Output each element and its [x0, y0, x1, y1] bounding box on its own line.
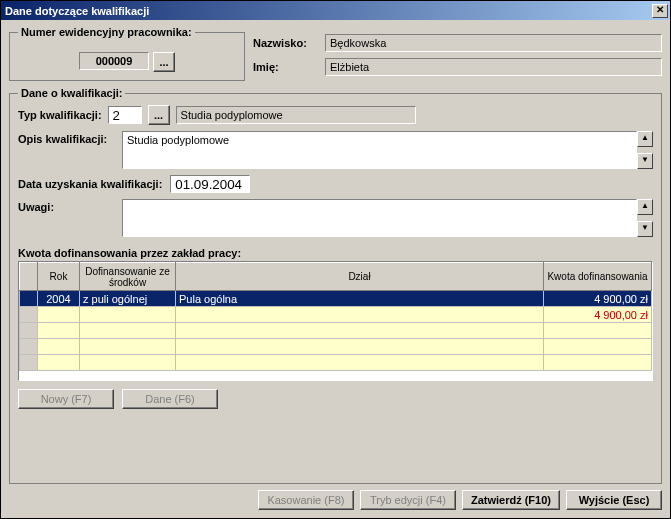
col-source[interactable]: Dofinansowanie ze środków	[80, 263, 176, 291]
exit-button[interactable]: Wyjście (Esc)	[566, 490, 662, 510]
firstname-label: Imię:	[253, 61, 319, 73]
edit-mode-button[interactable]: Tryb edycji (F4)	[360, 490, 456, 510]
employee-number-legend: Numer ewidencyjny pracownika:	[18, 26, 195, 38]
qual-desc-label: Opis kwalifikacji:	[18, 131, 118, 145]
scroll-down-icon[interactable]: ▼	[637, 221, 653, 237]
funding-grid[interactable]: Rok Dofinansowanie ze środków Dział Kwot…	[18, 261, 653, 381]
scroll-up-icon[interactable]: ▲	[637, 199, 653, 215]
data-button[interactable]: Dane (F6)	[122, 389, 218, 409]
table-row[interactable]	[20, 339, 652, 355]
table-row[interactable]	[20, 355, 652, 371]
row-marker	[20, 291, 38, 307]
cell-source[interactable]: z puli ogólnej	[80, 291, 176, 307]
col-dept[interactable]: Dział	[176, 263, 544, 291]
surname-label: Nazwisko:	[253, 37, 319, 49]
employee-lookup-button[interactable]: ...	[153, 52, 175, 72]
new-button[interactable]: Nowy (F7)	[18, 389, 114, 409]
qualification-group: Dane o kwalifikacji: Typ kwalifikacji: .…	[9, 87, 662, 484]
funding-label: Kwota dofinansowania przez zakład pracy:	[18, 247, 653, 259]
titlebar: Dane dotyczące kwalifikacji ✕	[1, 1, 670, 20]
table-row[interactable]: 2004 z puli ogólnej Pula ogólna 4 900,00…	[20, 291, 652, 307]
notes-textarea[interactable]	[122, 199, 637, 237]
firstname-field: Elżbieta	[325, 58, 662, 76]
table-header-row: Rok Dofinansowanie ze środków Dział Kwot…	[20, 263, 652, 291]
table-total-row: 4 900,00 zł	[20, 307, 652, 323]
employee-number-group: Numer ewidencyjny pracownika: 000009 ...	[9, 26, 245, 81]
qualification-dialog: Dane dotyczące kwalifikacji ✕ Numer ewid…	[0, 0, 671, 519]
confirm-button[interactable]: Zatwierdź (F10)	[462, 490, 560, 510]
cell-amount[interactable]: 4 900,00 zł	[544, 291, 652, 307]
row-header-blank	[20, 263, 38, 291]
employee-number-field: 000009	[79, 52, 149, 70]
qualification-legend: Dane o kwalifikacji:	[18, 87, 125, 99]
cell-year[interactable]: 2004	[38, 291, 80, 307]
notes-label: Uwagi:	[18, 199, 118, 213]
col-year[interactable]: Rok	[38, 263, 80, 291]
scroll-down-icon[interactable]: ▼	[637, 153, 653, 169]
qual-type-label: Typ kwalifikacji:	[18, 109, 102, 121]
surname-field: Będkowska	[325, 34, 662, 52]
cell-dept[interactable]: Pula ogólna	[176, 291, 544, 307]
qual-type-input[interactable]	[108, 106, 142, 124]
qual-date-input[interactable]	[170, 175, 250, 193]
qual-type-lookup-button[interactable]: ...	[148, 105, 170, 125]
window-title: Dane dotyczące kwalifikacji	[5, 5, 149, 17]
col-amount[interactable]: Kwota dofinansowania	[544, 263, 652, 291]
delete-button[interactable]: Kasowanie (F8)	[258, 490, 354, 510]
qual-date-label: Data uzyskania kwalifikacji:	[18, 178, 162, 190]
qual-desc-textarea[interactable]	[122, 131, 637, 169]
qual-type-name: Studia podyplomowe	[176, 106, 416, 124]
scroll-up-icon[interactable]: ▲	[637, 131, 653, 147]
close-icon[interactable]: ✕	[652, 4, 668, 18]
cell-total: 4 900,00 zł	[544, 307, 652, 323]
table-row[interactable]	[20, 323, 652, 339]
